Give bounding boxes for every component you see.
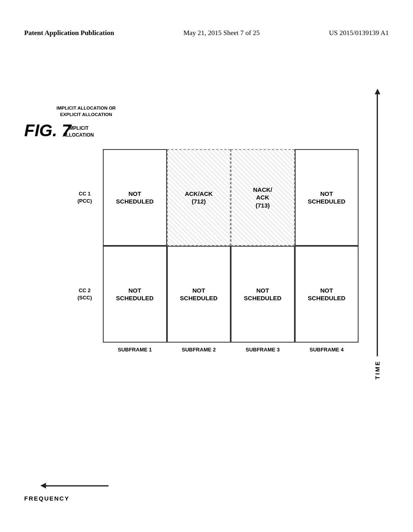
time-label: TIME [374, 360, 381, 380]
subframe1-label: SUBFRAME 1 [103, 347, 167, 353]
subframe2-label: SUBFRAME 2 [167, 347, 231, 353]
subframe4-label: SUBFRAME 4 [295, 347, 359, 353]
cell-r1c2: NOT SCHEDULED [231, 246, 295, 343]
grid-container: NOT SCHEDULED ACK/ACK (712) NACK/ ACK (7… [103, 149, 359, 343]
header-date-sheet: May 21, 2015 Sheet 7 of 25 [184, 28, 260, 38]
subframe-labels: SUBFRAME 1 SUBFRAME 2 SUBFRAME 3 SUBFRAM… [103, 347, 359, 353]
cell-r1c0: NOT SCHEDULED [103, 246, 167, 343]
implicit-allocation-label: IMPLICIT ALLOCATION [63, 125, 94, 139]
header-publication-label: Patent Application Publication [24, 28, 114, 38]
freq-label: FREQUENCY [24, 495, 69, 502]
freq-axis [40, 483, 108, 488]
cc-labels: CC 1 (PCC) CC 2 (SCC) [69, 149, 101, 343]
freq-arrowhead [40, 483, 46, 488]
cell-r0c2: NACK/ ACK (713) [231, 149, 295, 246]
cc1-label: CC 1 (PCC) [69, 149, 101, 246]
cell-r0c1: ACK/ACK (712) [167, 149, 231, 246]
header: Patent Application Publication May 21, 2… [0, 28, 413, 38]
cell-r1c1: NOT SCHEDULED [167, 246, 231, 343]
cell-r0c0: NOT SCHEDULED [103, 149, 167, 246]
header-patent-number: US 2015/0139139 A1 [329, 28, 389, 38]
time-axis-line [377, 94, 378, 356]
time-axis: TIME [374, 89, 381, 380]
cell-r1c3: NOT SCHEDULED [295, 246, 359, 343]
cc2-label: CC 2 (SCC) [69, 246, 101, 343]
time-arrowhead [375, 89, 380, 94]
grid: NOT SCHEDULED ACK/ACK (712) NACK/ ACK (7… [103, 149, 359, 343]
subframe3-label: SUBFRAME 3 [231, 347, 295, 353]
freq-axis-line [46, 485, 108, 486]
cell-r0c3: NOT SCHEDULED [295, 149, 359, 246]
implicit-explicit-allocation-label: IMPLICIT ALLOCATION OR EXPLICIT ALLOCATI… [56, 105, 116, 118]
